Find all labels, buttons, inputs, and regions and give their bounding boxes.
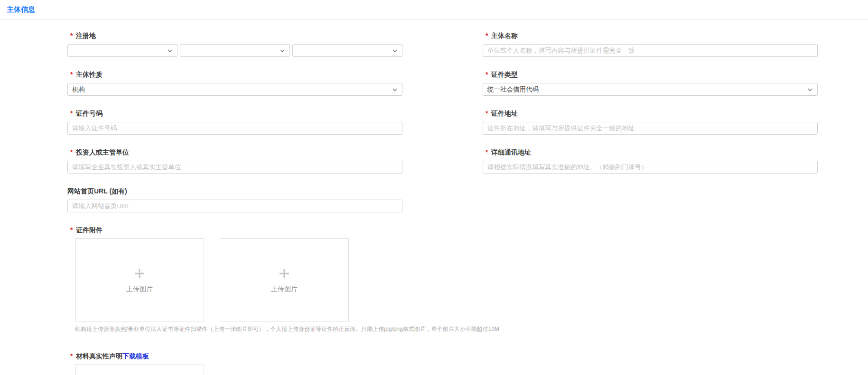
registration-area-label: *注册地 (67, 31, 402, 40)
required-asterisk: * (485, 147, 489, 157)
required-asterisk: * (485, 31, 489, 40)
required-asterisk: * (70, 109, 74, 118)
investor-or-unit-label: *投资人或主管单位 (67, 147, 402, 157)
field-certificate-type: *证件类型 统一社会信用代码 (483, 70, 818, 96)
registration-province-select[interactable] (67, 44, 177, 57)
field-certificate-address: *证件地址 (483, 109, 818, 135)
field-certificate-number: *证件号码 (67, 109, 402, 135)
certificate-upload-hint: 机构请上传营业执照/事业单位法人证书等证件扫描件（上传一张图片即可），个人请上传… (75, 325, 402, 333)
required-asterisk: * (70, 351, 74, 361)
select-value: 统一社会信用代码 (487, 85, 539, 94)
field-certificate-attachment: *证件附件 上传图片 上传图片 机构请上传营业执照/事业单位法人证书等证件扫描件… (67, 225, 402, 333)
subject-name-input[interactable] (483, 44, 818, 57)
field-website-url: 网站首页URL (如有) (67, 186, 402, 212)
required-asterisk: * (485, 109, 489, 118)
field-label-text: 证件附件 (76, 226, 103, 234)
certificate-number-input[interactable] (67, 122, 402, 135)
chevron-down-icon (392, 49, 397, 53)
chevron-down-icon (808, 88, 812, 91)
field-subject-nature: *主体性质 机构 (67, 70, 402, 96)
certificate-attachment-label: *证件附件 (67, 225, 402, 235)
website-url-label: 网站首页URL (如有) (67, 186, 402, 196)
plus-icon (277, 266, 291, 281)
field-mailing-address: *详细通讯地址 (483, 147, 818, 174)
field-subject-name: *主体名称 (483, 31, 818, 57)
upload-image-label: 上传图片 (126, 285, 153, 293)
download-template-link[interactable]: 下载模板 (122, 352, 149, 360)
field-label-text: 证件类型 (491, 71, 518, 78)
registration-district-select[interactable] (292, 44, 402, 57)
required-asterisk: * (485, 70, 489, 79)
field-label-text: 证件号码 (76, 110, 103, 117)
statement-upload-dropzone[interactable] (75, 365, 204, 375)
field-label-text: 网站首页URL (如有) (67, 187, 127, 195)
certificate-number-label: *证件号码 (67, 109, 402, 118)
field-label-text: 主体名称 (491, 32, 518, 39)
page-title: 主体信息 (7, 5, 35, 14)
subject-nature-select[interactable]: 机构 (67, 83, 402, 96)
page-header: 主体信息 (0, 0, 868, 20)
certificate-type-select[interactable]: 统一社会信用代码 (483, 83, 818, 96)
certificate-upload-dropzone-2[interactable]: 上传图片 (220, 238, 349, 321)
field-label-text: 详细通讯地址 (491, 148, 531, 156)
field-label-text: 证件地址 (491, 110, 518, 117)
required-asterisk: * (70, 70, 74, 79)
mailing-address-label: *详细通讯地址 (483, 147, 818, 157)
subject-name-label: *主体名称 (483, 31, 818, 40)
field-registration-area: *注册地 (67, 31, 402, 57)
upload-image-label: 上传图片 (271, 285, 298, 293)
subject-info-form: *注册地 *主体性质 (67, 20, 868, 375)
required-asterisk: * (70, 147, 74, 157)
mailing-address-input[interactable] (483, 161, 818, 174)
certificate-address-label: *证件地址 (483, 109, 818, 118)
field-label-text: 投资人或主管单位 (76, 148, 129, 156)
field-investor-or-unit: *投资人或主管单位 (67, 147, 402, 174)
registration-city-select[interactable] (180, 44, 290, 57)
certificate-type-label: *证件类型 (483, 70, 818, 79)
field-label-text: 注册地 (76, 32, 96, 39)
investor-or-unit-input[interactable] (67, 161, 402, 174)
field-label-text: 材料真实性声明 (76, 352, 122, 360)
certificate-address-input[interactable] (483, 122, 818, 135)
select-value: 机构 (72, 85, 85, 94)
required-asterisk: * (70, 31, 74, 40)
certificate-upload-dropzone-1[interactable]: 上传图片 (75, 238, 204, 321)
authenticity-statement-label: *材料真实性声明下载模板 (67, 351, 402, 361)
field-authenticity-statement: *材料真实性声明下载模板 (67, 351, 402, 375)
field-label-text: 主体性质 (76, 71, 103, 78)
required-asterisk: * (70, 225, 74, 235)
subject-nature-label: *主体性质 (67, 70, 402, 79)
form-left-column: *注册地 *主体性质 (67, 31, 402, 375)
chevron-down-icon (168, 49, 172, 53)
chevron-down-icon (280, 49, 285, 53)
chevron-down-icon (392, 88, 397, 91)
website-url-input[interactable] (67, 200, 402, 212)
plus-icon (132, 266, 147, 281)
form-right-column: *主体名称 *证件类型 统一社会信用代码 *证件地址 *详细通讯地址 (483, 31, 818, 186)
